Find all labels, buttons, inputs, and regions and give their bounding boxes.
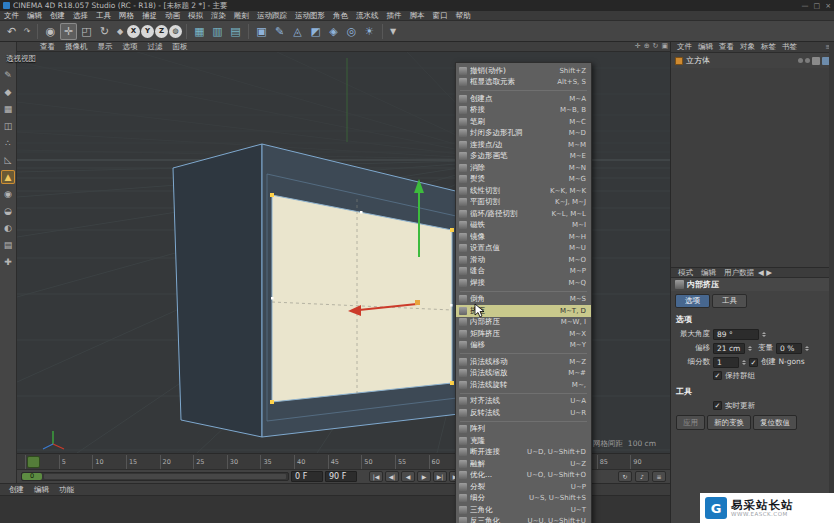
add-tool-icon[interactable]: ✚ [1, 255, 15, 269]
context-menu-item[interactable]: 撤销(动作) Shift+Z [456, 65, 591, 77]
undo-icon[interactable]: ↶ [3, 23, 20, 40]
lock-y-axis-icon[interactable]: Y [141, 25, 154, 38]
scale-tool-icon[interactable]: ◰ [78, 23, 95, 40]
texture-mode-icon[interactable]: ▦ [1, 102, 15, 116]
offset-field[interactable]: 21 cm [713, 343, 745, 354]
context-menu-item[interactable]: 桥接 M~B, B [456, 105, 591, 117]
menu-item[interactable]: 工具 [92, 11, 115, 21]
attribute-header-tab[interactable]: 编辑 [697, 268, 720, 278]
coordinate-system-icon[interactable]: ◍ [169, 25, 182, 38]
timeline-tick[interactable]: 35 [260, 455, 294, 469]
viewport-menu-item[interactable]: 面板 [168, 42, 193, 52]
prev-frame-icon[interactable]: ◀ [401, 471, 415, 482]
timeline-tick[interactable]: 30 [227, 455, 261, 469]
context-menu-item[interactable]: 封闭多边形孔洞 M~D [456, 128, 591, 140]
display-mode-icon[interactable]: ▼ [387, 23, 399, 40]
ngons-checkbox[interactable]: ✓ [749, 358, 758, 367]
context-menu-item[interactable]: 循环/路径切割 K~L, M~L [456, 208, 591, 220]
playhead-marker[interactable] [27, 456, 40, 468]
menu-item[interactable]: 渲染 [207, 11, 230, 21]
add-scene-object-icon[interactable]: ◈ [325, 23, 342, 40]
add-cube-icon[interactable]: ▣ [253, 23, 270, 40]
max-angle-field[interactable]: 89 ° [713, 329, 759, 340]
timeline-tick[interactable]: 10 [92, 455, 126, 469]
viewport-menu-item[interactable]: 显示 [93, 42, 118, 52]
current-frame-handle[interactable]: 0 [22, 473, 42, 480]
object-name[interactable]: 立方体 [686, 55, 710, 66]
context-menu-item[interactable]: 平面切割 K~J, M~J [456, 197, 591, 209]
menu-item[interactable]: 网格 [115, 11, 138, 21]
workplane-lock-icon[interactable]: ◒ [1, 204, 15, 218]
redo-icon[interactable]: ↷ [21, 23, 33, 40]
context-menu-item[interactable]: 断开连接 U~D, U~Shift+D [456, 447, 591, 459]
context-menu-item[interactable]: 框显选取元素 Alt+S, S [456, 77, 591, 89]
object-manager-tab[interactable]: 标签 [758, 42, 779, 52]
menu-item[interactable]: 脚本 [406, 11, 429, 21]
preserve-groups-checkbox[interactable]: ✓ [713, 371, 722, 380]
context-menu-item[interactable]: 优化... U~O, U~Shift+O [456, 470, 591, 482]
context-menu-item[interactable]: 镜像 M~H [456, 231, 591, 243]
context-menu-item[interactable]: 三角化 U~T [456, 504, 591, 516]
context-menu-item[interactable]: 熨烫 M~G [456, 174, 591, 186]
cube-object[interactable] [173, 144, 476, 437]
viewport-menu-item[interactable]: 查看 [35, 42, 60, 52]
render-settings-icon[interactable]: ▤ [227, 23, 244, 40]
menu-item[interactable]: 创建 [46, 11, 69, 21]
render-picture-viewer-icon[interactable]: ▥ [209, 23, 226, 40]
context-menu-item[interactable]: 反三角化 U~U, U~Shift+U [456, 516, 591, 523]
realtime-update-checkbox[interactable]: ✓ [713, 401, 722, 410]
add-camera-icon[interactable]: ◎ [343, 23, 360, 40]
material-menu-item[interactable]: 创建 [5, 485, 28, 495]
menu-item[interactable]: 文件 [0, 11, 23, 21]
range-start-field[interactable]: 0 F [291, 471, 323, 482]
context-menu-item[interactable]: 滑动 M~O [456, 254, 591, 266]
rotate-view-icon[interactable]: ↻ [653, 42, 659, 50]
max-angle-spinner[interactable] [762, 332, 766, 337]
timeline-tick[interactable]: 20 [160, 455, 194, 469]
timeline-tick[interactable]: 25 [193, 455, 227, 469]
menu-item[interactable]: 捕捉 [138, 11, 161, 21]
preview-range-slider[interactable]: 0 [21, 472, 289, 481]
variance-spinner[interactable] [805, 346, 809, 351]
model-mode-icon[interactable]: ◆ [1, 85, 15, 99]
context-menu-item[interactable]: 偏移 M~Y [456, 340, 591, 352]
timeline-tick[interactable]: 40 [294, 455, 328, 469]
context-menu-item[interactable]: 连接点/边 M~M [456, 139, 591, 151]
tool-button[interactable]: 新的变换 [707, 415, 751, 430]
live-selection-icon[interactable]: ◉ [42, 23, 59, 40]
render-view-icon[interactable]: ▦ [191, 23, 208, 40]
object-manager-tree[interactable] [671, 68, 834, 267]
material-menu-item[interactable]: 功能 [55, 485, 78, 495]
offset-spinner[interactable] [748, 346, 752, 351]
context-menu-item[interactable]: 消除 M~N [456, 162, 591, 174]
attribute-tab[interactable]: 工具 [712, 294, 747, 308]
timeline-tick[interactable]: 5 [59, 455, 93, 469]
lock-x-axis-icon[interactable]: X [127, 25, 140, 38]
menu-item[interactable]: 雕刻 [230, 11, 253, 21]
object-manager-tab[interactable]: 对象 [737, 42, 758, 52]
polygon-tag-icon[interactable] [812, 57, 820, 65]
context-menu-item[interactable]: 反转法线 U~R [456, 407, 591, 419]
panel-scrollbar[interactable] [829, 42, 834, 523]
attribute-tab[interactable]: 选项 [675, 294, 710, 308]
context-menu-item[interactable]: 设置点值 M~U [456, 243, 591, 255]
sound-icon[interactable]: ♪ [635, 471, 649, 482]
move-tool-icon[interactable]: ✛ [60, 23, 77, 40]
history-back-icon[interactable]: ◀ [758, 268, 764, 277]
context-menu-item[interactable]: 焊接 M~Q [456, 277, 591, 289]
timeline-tick[interactable]: 55 [395, 455, 429, 469]
subdivision-field[interactable]: 1 [713, 357, 739, 368]
context-menu-item[interactable]: 矩阵挤压 M~X [456, 328, 591, 340]
timeline-tick[interactable]: 15 [126, 455, 160, 469]
toggle-view-icon[interactable]: ▣ [661, 42, 668, 50]
window-control-button[interactable]: × [825, 2, 831, 10]
zoom-view-icon[interactable]: ⊕ [644, 42, 650, 50]
object-manager-tab[interactable]: 书签 [779, 42, 800, 52]
timeline-tick[interactable]: 45 [328, 455, 362, 469]
menu-item[interactable]: 插件 [383, 11, 406, 21]
subdivision-spinner[interactable] [742, 360, 746, 365]
context-menu-item[interactable]: 内部挤压 M~W, I [456, 317, 591, 329]
rotate-tool-icon[interactable]: ↻ [96, 23, 113, 40]
menu-item[interactable]: 流水线 [352, 11, 383, 21]
context-menu-item[interactable]: 细分 U~S, U~Shift+S [456, 493, 591, 505]
